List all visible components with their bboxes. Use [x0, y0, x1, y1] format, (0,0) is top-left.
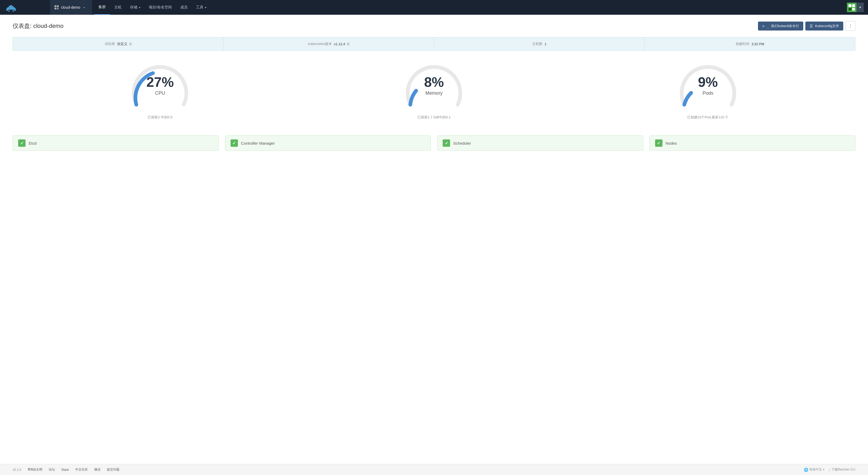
main-content: 仪表盘: cloud-demo > _ 执行kubectl命令行 ☰ Kubec…: [0, 15, 868, 464]
kubeconfig-button[interactable]: ☰ Kubeconfig文件: [805, 22, 843, 31]
svg-point-2: [12, 6, 13, 7]
grid-apps-icon[interactable]: [847, 3, 857, 12]
gauge-pods: 9% Pods 已创建10个Pod,最多110 个: [671, 61, 745, 120]
page-header: 仪表盘: cloud-demo > _ 执行kubectl命令行 ☰ Kubec…: [12, 21, 856, 31]
cluster-selector[interactable]: cloud-demo ▾: [50, 0, 92, 15]
nav-item-tools[interactable]: 工具 ▾: [192, 0, 211, 15]
language-selector[interactable]: 🌐 简体中文 ▾: [804, 467, 824, 472]
nav-item-cluster[interactable]: 集群: [94, 0, 110, 15]
tools-chevron-icon: ▾: [205, 6, 206, 9]
etcd-label: Etcd: [29, 141, 37, 145]
gauge-cpu-center: 27% CPU: [146, 75, 174, 96]
pods-label: Pods: [698, 91, 718, 96]
gauge-cpu: 27% CPU 已保留2 中的0.5: [123, 61, 197, 120]
info-hosts: 主机数 1: [434, 37, 645, 50]
more-options-button[interactable]: ⋮: [845, 21, 856, 31]
gauges-row: 27% CPU 已保留2 中的0.5 8% Memory 已保留: [12, 61, 856, 120]
footer-link-community[interactable]: 中文社区: [75, 467, 88, 472]
svg-rect-4: [12, 10, 14, 12]
kubectl-button[interactable]: > _ 执行kubectl命令行: [758, 22, 803, 31]
nav-menu: 集群 主机 存储 ▾ 项目/命名空间 成员 工具 ▾: [92, 0, 847, 15]
etcd-status-icon: ✓: [18, 139, 26, 147]
nav-item-members[interactable]: 成员: [176, 0, 192, 15]
document-icon: ☰: [810, 24, 813, 28]
cpu-sublabel: 已保留2 中的0.5: [148, 115, 173, 120]
footer-link-forum[interactable]: 论坛: [49, 467, 55, 472]
cluster-icon: [54, 5, 59, 10]
gauge-memory-center: 8% Memory: [424, 75, 444, 96]
page-title: 仪表盘: cloud-demo: [12, 22, 63, 30]
nodes-label: Nodes: [665, 141, 677, 145]
storage-chevron-icon: ▾: [139, 6, 140, 9]
gauge-memory: 8% Memory 已保留1.7 GiB中的0.1: [397, 61, 471, 120]
terminal-icon: > _: [762, 24, 769, 28]
scheduler-status-icon: ✓: [443, 139, 450, 147]
memory-sublabel: 已保留1.7 GiB中的0.1: [417, 115, 451, 120]
rancher-logo: [4, 2, 18, 12]
gauge-memory-svg-wrap: 8% Memory: [397, 61, 471, 114]
lang-chevron-icon: ▾: [823, 468, 824, 471]
nav-item-storage[interactable]: 存储 ▾: [126, 0, 145, 15]
download-cli-button[interactable]: ↓ 下载Rancher CLI: [829, 467, 856, 472]
info-k8s-version: kubernetes版本 v1.12.4 ⎘: [223, 37, 434, 50]
footer-right: 🌐 简体中文 ▾ ↓ 下载Rancher CLI: [804, 467, 856, 472]
gauge-pods-center: 9% Pods: [698, 75, 718, 96]
pods-sublabel: 已创建10个Pod,最多110 个: [687, 115, 729, 120]
controller-manager-label: Controller Manager: [241, 141, 275, 145]
nav-item-namespaces[interactable]: 项目/命名空间: [145, 0, 176, 15]
copy-provider-icon[interactable]: ⎘: [129, 42, 132, 46]
gauge-cpu-svg-wrap: 27% CPU: [123, 61, 197, 114]
nav-expand-button[interactable]: ▾: [857, 3, 864, 12]
status-card-scheduler: ✓ Scheduler: [437, 135, 643, 151]
footer-link-slack[interactable]: Slack: [61, 468, 69, 472]
footer: v2.1.5 帮助&文档 论坛 Slack 中文社区 微信 提交问题 🌐 简体中…: [0, 464, 868, 475]
brand-logo-area: [0, 0, 50, 15]
controller-manager-status-icon: ✓: [230, 139, 238, 147]
version-label: v2.1.5: [12, 468, 21, 472]
cpu-label: CPU: [146, 91, 174, 96]
svg-rect-5: [55, 5, 56, 7]
cluster-dropdown-icon: ▾: [84, 6, 85, 9]
navbar: cloud-demo ▾ 集群 主机 存储 ▾ 项目/命名空间 成员 工具 ▾: [0, 0, 868, 15]
header-actions: > _ 执行kubectl命令行 ☰ Kubeconfig文件 ⋮: [758, 21, 856, 31]
gauge-pods-svg-wrap: 9% Pods: [671, 61, 745, 114]
svg-rect-3: [8, 10, 9, 12]
download-icon: ↓: [829, 468, 830, 472]
nodes-status-icon: ✓: [655, 139, 662, 147]
globe-icon: 🌐: [804, 468, 808, 472]
status-card-controller-manager: ✓ Controller Manager: [225, 135, 431, 151]
footer-link-issues[interactable]: 提交问题: [107, 467, 120, 472]
cluster-name-label: cloud-demo: [61, 5, 80, 9]
copy-k8s-icon[interactable]: ⎘: [347, 42, 349, 46]
footer-link-help[interactable]: 帮助&文档: [28, 467, 42, 472]
scheduler-label: Scheduler: [453, 141, 471, 145]
status-card-nodes: ✓ Nodes: [650, 135, 856, 151]
grid-cell-4: [852, 8, 855, 11]
memory-label: Memory: [424, 91, 444, 96]
pods-percent-value: 9%: [698, 75, 718, 89]
cpu-percent-value: 27%: [146, 75, 174, 89]
svg-rect-8: [57, 8, 59, 9]
grid-cell-3: [848, 8, 851, 11]
nav-item-hosts[interactable]: 主机: [110, 0, 126, 15]
footer-link-wechat[interactable]: 微信: [94, 467, 100, 472]
grid-cell-2: [852, 4, 855, 7]
svg-rect-6: [57, 5, 59, 7]
info-bar: 供应商 自定义 ⎘ kubernetes版本 v1.12.4 ⎘ 主机数 1 创…: [12, 37, 856, 51]
memory-percent-value: 8%: [424, 75, 444, 89]
svg-point-1: [9, 6, 10, 7]
nav-right: ▾: [847, 3, 868, 12]
status-row: ✓ Etcd ✓ Controller Manager ✓ Scheduler …: [12, 135, 856, 151]
info-created: 创建时间 3:32 PM: [645, 37, 855, 50]
grid-cell-1: [848, 4, 851, 7]
svg-rect-7: [55, 8, 56, 9]
status-card-etcd: ✓ Etcd: [12, 135, 219, 151]
info-provider: 供应商 自定义 ⎘: [13, 37, 223, 50]
